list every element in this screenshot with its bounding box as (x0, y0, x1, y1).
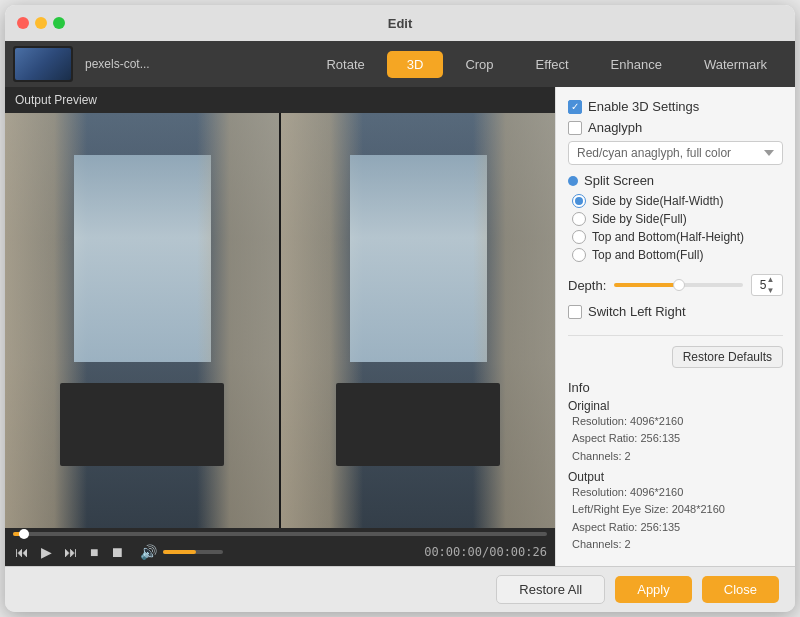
tab-watermark[interactable]: Watermark (684, 51, 787, 78)
depth-value: 5 (760, 278, 767, 292)
radio-row-side-half: Side by Side(Half-Width) (568, 194, 783, 208)
volume-fill (163, 550, 196, 554)
info-title: Info (568, 380, 783, 395)
skip-forward-button[interactable]: ⏭ (62, 542, 80, 562)
window-view-2 (350, 155, 487, 363)
enable-3d-label: Enable 3D Settings (588, 99, 699, 114)
tab-navigation: Rotate 3D Crop Effect Enhance Watermark (150, 51, 787, 78)
anaglyph-label: Anaglyph (588, 120, 642, 135)
side-panel: Enable 3D Settings Anaglyph Red/cyan ana… (555, 87, 795, 566)
depth-down-button[interactable]: ▼ (767, 285, 775, 296)
end-button[interactable]: ⏹ (108, 542, 126, 562)
split-screen-options: Side by Side(Half-Width) Side by Side(Fu… (568, 194, 783, 266)
info-output-title: Output (568, 470, 783, 484)
tab-rotate[interactable]: Rotate (306, 51, 384, 78)
apply-button[interactable]: Apply (615, 576, 692, 603)
radio-side-half[interactable] (572, 194, 586, 208)
tab-3d[interactable]: 3D (387, 51, 444, 78)
file-thumbnail (13, 46, 73, 82)
radio-side-full[interactable] (572, 212, 586, 226)
info-output-aspect: Aspect Ratio: 256:135 (568, 519, 783, 537)
depth-slider[interactable] (614, 283, 743, 287)
minimize-window-button[interactable] (35, 17, 47, 29)
thumb-image (15, 48, 71, 80)
info-output-eye-size: Left/Right Eye Size: 2048*2160 (568, 501, 783, 519)
info-output-resolution: Resolution: 4096*2160 (568, 484, 783, 502)
depth-value-box: 5 ▲ ▼ (751, 274, 783, 296)
info-original-title: Original (568, 399, 783, 413)
info-original-channels: Channels: 2 (568, 448, 783, 466)
skip-back-button[interactable]: ⏮ (13, 542, 31, 562)
bottom-bar: Restore All Apply Close (5, 566, 795, 612)
split-screen-dot (568, 176, 578, 186)
stop-button[interactable]: ■ (88, 542, 100, 562)
radio-top-full[interactable] (572, 248, 586, 262)
anaglyph-row: Anaglyph (568, 120, 783, 135)
maximize-window-button[interactable] (53, 17, 65, 29)
split-panel-left (5, 113, 279, 528)
radio-side-half-label: Side by Side(Half-Width) (592, 194, 723, 208)
title-bar: Edit (5, 5, 795, 41)
window-view (74, 155, 211, 363)
anaglyph-checkbox[interactable] (568, 121, 582, 135)
file-name-label: pexels-cot... (85, 57, 150, 71)
anaglyph-dropdown[interactable]: Red/cyan anaglyph, full color (568, 141, 783, 165)
depth-up-button[interactable]: ▲ (767, 274, 775, 285)
info-output-channels: Channels: 2 (568, 536, 783, 554)
tab-enhance[interactable]: Enhance (591, 51, 682, 78)
main-window: Edit pexels-cot... Rotate 3D Crop Effect… (5, 5, 795, 612)
play-button[interactable]: ▶ (39, 542, 54, 562)
radio-top-half-label: Top and Bottom(Half-Height) (592, 230, 744, 244)
restore-all-button[interactable]: Restore All (496, 575, 605, 604)
tv-unit-left (60, 383, 224, 466)
depth-spinners: ▲ ▼ (767, 274, 775, 296)
main-content: Output Preview (5, 87, 795, 566)
volume-bar[interactable] (163, 550, 223, 554)
switch-lr-checkbox[interactable] (568, 305, 582, 319)
switch-lr-row: Switch Left Right (568, 304, 783, 319)
tab-crop[interactable]: Crop (445, 51, 513, 78)
curtain-right-1 (197, 113, 279, 528)
enable-3d-checkbox[interactable] (568, 100, 582, 114)
radio-side-full-label: Side by Side(Full) (592, 212, 687, 226)
split-panel-right (281, 113, 555, 528)
preview-label: Output Preview (5, 87, 555, 113)
split-screen-preview (5, 113, 555, 528)
progress-bar[interactable] (13, 532, 547, 536)
radio-row-top-half: Top and Bottom(Half-Height) (568, 230, 783, 244)
time-display: 00:00:00/00:00:26 (424, 545, 547, 559)
close-button[interactable]: Close (702, 576, 779, 603)
info-original-resolution: Resolution: 4096*2160 (568, 413, 783, 431)
tab-effect[interactable]: Effect (516, 51, 589, 78)
split-screen-title: Split Screen (584, 173, 654, 188)
window-title: Edit (388, 16, 413, 31)
depth-row: Depth: 5 ▲ ▼ (568, 274, 783, 296)
preview-video (5, 113, 555, 528)
switch-lr-label: Switch Left Right (588, 304, 686, 319)
tv-unit-right (336, 383, 500, 466)
info-original-aspect: Aspect Ratio: 256:135 (568, 430, 783, 448)
preview-area: Output Preview (5, 87, 555, 566)
close-window-button[interactable] (17, 17, 29, 29)
volume-icon[interactable]: 🔊 (138, 542, 159, 562)
radio-top-half[interactable] (572, 230, 586, 244)
controls-bar: ⏮ ▶ ⏭ ■ ⏹ 🔊 00:00:00/00:00:26 (5, 528, 555, 566)
enable-3d-row: Enable 3D Settings (568, 99, 783, 114)
restore-defaults-button[interactable]: Restore Defaults (672, 346, 783, 368)
volume-area: 🔊 (138, 542, 223, 562)
toolbar: pexels-cot... Rotate 3D Crop Effect Enha… (5, 41, 795, 87)
playback-controls: ⏮ ▶ ⏭ ■ ⏹ 🔊 00:00:00/00:00:26 (13, 542, 547, 562)
split-screen-header: Split Screen (568, 173, 783, 188)
radio-row-side-full: Side by Side(Full) (568, 212, 783, 226)
radio-row-top-full: Top and Bottom(Full) (568, 248, 783, 262)
room-scene-left (5, 113, 279, 528)
room-scene-right (281, 113, 555, 528)
info-section: Restore Defaults Info Original Resolutio… (568, 335, 783, 554)
depth-label: Depth: (568, 278, 606, 293)
radio-top-full-label: Top and Bottom(Full) (592, 248, 703, 262)
curtain-right-2 (473, 113, 555, 528)
progress-thumb[interactable] (19, 529, 29, 539)
traffic-lights (17, 17, 65, 29)
